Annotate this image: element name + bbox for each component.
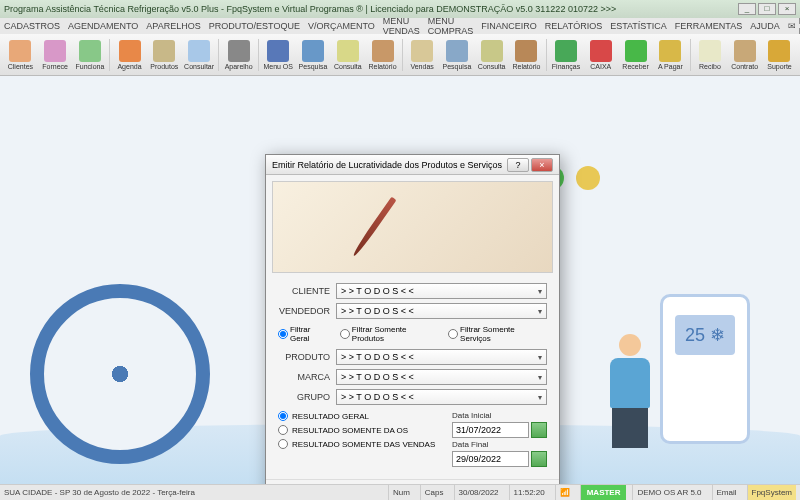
remote-illustration: 25 ❄ [660, 294, 750, 444]
minimize-button[interactable]: _ [738, 3, 756, 15]
produto-label: PRODUTO [278, 352, 336, 362]
cliente-label: CLIENTE [278, 286, 336, 296]
menu-item[interactable]: ESTATÍSTICA [610, 21, 667, 31]
dialog-close-button[interactable]: × [531, 158, 553, 172]
menu-item[interactable]: MENU VENDAS [383, 16, 420, 36]
menu-item[interactable]: FERRAMENTAS [675, 21, 742, 31]
pesquisa-icon [302, 40, 324, 62]
result-os-radio[interactable]: RESULTADO SOMENTE DA OS [278, 425, 442, 435]
vendedor-label: VENDEDOR [278, 306, 336, 316]
toolbar-menu os[interactable]: Menu OS [262, 36, 295, 74]
filter-geral-radio[interactable]: Filtrar Geral [278, 325, 332, 343]
toolbar-caixa[interactable]: CAIXA [584, 36, 617, 74]
vendas-icon [411, 40, 433, 62]
toolbar-consulta[interactable]: Consulta [475, 36, 508, 74]
toolbar-relatório[interactable]: Relatório [366, 36, 399, 74]
menu-email[interactable]: ✉ E-MAIL [788, 16, 800, 36]
menu-item[interactable]: APARELHOS [146, 21, 200, 31]
window-close-button[interactable]: × [778, 3, 796, 15]
toolbar-suporte[interactable]: Suporte [763, 36, 796, 74]
status-email[interactable]: Email [712, 485, 741, 500]
finanças-icon [555, 40, 577, 62]
a pagar-icon [659, 40, 681, 62]
menu-item[interactable]: V/ORÇAMENTO [308, 21, 375, 31]
receber-icon [625, 40, 647, 62]
agenda-icon [119, 40, 141, 62]
data-inicial-label: Data Inicial [452, 411, 547, 420]
menu-item[interactable]: RELATÓRIOS [545, 21, 602, 31]
clientes-icon [9, 40, 31, 62]
toolbar-funciona[interactable]: Funciona [74, 36, 107, 74]
relatório-icon [372, 40, 394, 62]
fornece-icon [44, 40, 66, 62]
contrato-icon [734, 40, 756, 62]
menu-item[interactable]: FINANCEIRO [481, 21, 537, 31]
data-final-calendar-button[interactable] [531, 451, 547, 467]
menu-item[interactable]: PRODUTO/ESTOQUE [209, 21, 300, 31]
toolbar-a pagar[interactable]: A Pagar [654, 36, 687, 74]
dialog-titlebar[interactable]: Emitir Relatório de Lucratividade dos Pr… [266, 155, 559, 175]
toolbar-finanças[interactable]: Finanças [550, 36, 583, 74]
toolbar-consultar[interactable]: Consultar [183, 36, 216, 74]
person-illustration [600, 334, 660, 454]
status-location: SUA CIDADE - SP 30 de Agosto de 2022 - T… [4, 488, 195, 497]
produto-select[interactable]: > > T O D O S < < [336, 349, 547, 365]
toolbar-pesquisa[interactable]: Pesquisa [297, 36, 330, 74]
toolbar-produtos[interactable]: Produtos [148, 36, 181, 74]
suporte-icon [768, 40, 790, 62]
statusbar: SUA CIDADE - SP 30 de Agosto de 2022 - T… [0, 484, 800, 500]
status-date: 30/08/2022 [454, 485, 503, 500]
menu-item[interactable]: AGENDAMENTO [68, 21, 138, 31]
filter-produtos-radio[interactable]: Filtrar Somente Produtos [340, 325, 440, 343]
fan-illustration [30, 284, 210, 464]
menu-item[interactable]: MENU COMPRAS [428, 16, 474, 36]
data-inicial-calendar-button[interactable] [531, 422, 547, 438]
toolbar-agenda[interactable]: Agenda [113, 36, 146, 74]
toolbar-aparelho[interactable]: Aparelho [222, 36, 255, 74]
profitability-report-dialog: Emitir Relatório de Lucratividade dos Pr… [265, 154, 560, 484]
status-fpqsystem-link[interactable]: FpqSystem [747, 485, 796, 500]
toolbar-receber[interactable]: Receber [619, 36, 652, 74]
dialog-help-button[interactable]: ? [507, 158, 529, 172]
result-geral-radio[interactable]: RESULTADO GERAL [278, 411, 442, 421]
toolbar-relatório[interactable]: Relatório [510, 36, 543, 74]
caixa-icon [590, 40, 612, 62]
relatório-icon [515, 40, 537, 62]
consultar-icon [188, 40, 210, 62]
result-vendas-radio[interactable]: RESULTADO SOMENTE DAS VENDAS [278, 439, 442, 449]
aparelho-icon [228, 40, 250, 62]
filter-servicos-radio[interactable]: Filtrar Somente Serviços [448, 325, 547, 343]
produtos-icon [153, 40, 175, 62]
status-caps: Caps [420, 485, 448, 500]
data-inicial-input[interactable]: 31/07/2022 [452, 422, 529, 438]
consulta-icon [481, 40, 503, 62]
consulta-icon [337, 40, 359, 62]
toolbar-fornece[interactable]: Fornece [39, 36, 72, 74]
status-num: Num [388, 485, 414, 500]
status-master: MASTER [580, 485, 627, 500]
toolbar-recibo[interactable]: Recibo [694, 36, 727, 74]
menubar: CADASTROS AGENDAMENTO APARELHOS PRODUTO/… [0, 18, 800, 34]
grupo-select[interactable]: > > T O D O S < < [336, 389, 547, 405]
toolbar-consulta[interactable]: Consulta [331, 36, 364, 74]
status-signal-icon: 📶 [555, 485, 574, 500]
toolbar-vendas[interactable]: Vendas [406, 36, 439, 74]
recibo-icon [699, 40, 721, 62]
toolbar-clientes[interactable]: Clientes [4, 36, 37, 74]
toolbar-pesquisa[interactable]: Pesquisa [441, 36, 474, 74]
vendedor-select[interactable]: > > T O D O S < < [336, 303, 547, 319]
pesquisa-icon [446, 40, 468, 62]
window-title: Programa Assistência Técnica Refrigeraçã… [4, 4, 738, 14]
toolbar-contrato[interactable]: Contrato [728, 36, 761, 74]
desktop: 25 ❄ Emitir Relatório de Lucratividade d… [0, 76, 800, 484]
marca-select[interactable]: > > T O D O S < < [336, 369, 547, 385]
data-final-input[interactable]: 29/09/2022 [452, 451, 529, 467]
menu os-icon [267, 40, 289, 62]
cliente-select[interactable]: > > T O D O S < < [336, 283, 547, 299]
status-time: 11:52:20 [509, 485, 549, 500]
status-demo: DEMO OS AR 5.0 [632, 485, 705, 500]
maximize-button[interactable]: □ [758, 3, 776, 15]
dialog-header-image [272, 181, 553, 273]
menu-item[interactable]: CADASTROS [4, 21, 60, 31]
menu-item[interactable]: AJUDA [750, 21, 780, 31]
